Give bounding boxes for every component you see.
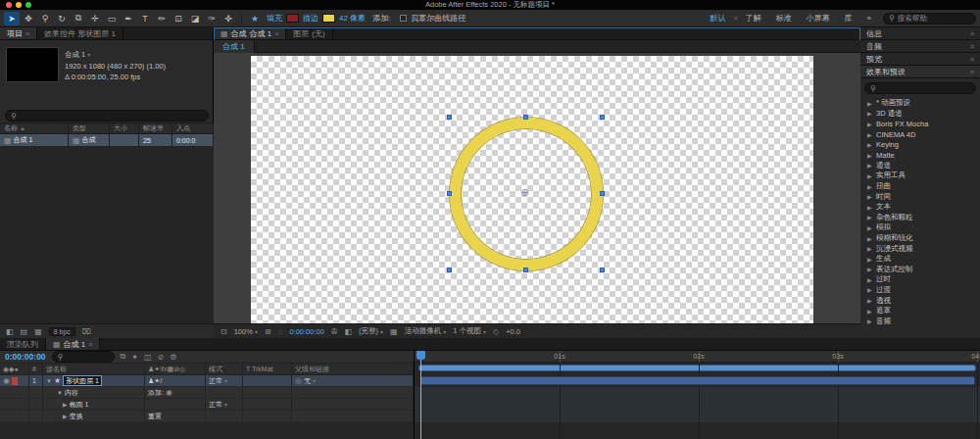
timeline-timecode[interactable]: 0:00:00:00 — [5, 352, 46, 362]
viewer-timecode[interactable]: 0:00:00:00 — [289, 327, 323, 336]
workspace-tab-default[interactable]: 默认 — [703, 13, 732, 24]
layer-mode-dropdown[interactable]: 正常 ▾ — [206, 375, 243, 386]
effect-category[interactable]: ▶沉浸式视频 — [860, 243, 980, 254]
mask-visibility-icon[interactable]: ◌ — [278, 327, 283, 336]
timeline-ruler[interactable]: 01s 02s 03s 04s — [415, 351, 980, 363]
pixel-aspect-icon[interactable]: ◇ — [493, 327, 499, 336]
selection-handle[interactable] — [447, 268, 452, 272]
sort-arrow-icon[interactable]: ▲ — [20, 125, 25, 131]
shape-tool-icon[interactable]: ▭ — [104, 12, 120, 25]
grid-guides-icon[interactable]: ⊞ — [265, 327, 271, 336]
chevron-right-icon[interactable]: ▶ — [867, 317, 873, 324]
effect-category[interactable]: ▶3D 通道 — [860, 109, 980, 120]
brush-tool-icon[interactable]: ✏ — [154, 12, 170, 25]
effect-category[interactable]: ▶Matte — [860, 150, 980, 161]
selection-handle[interactable] — [447, 191, 452, 196]
chevron-right-icon[interactable]: ▶ — [867, 308, 873, 315]
effect-category[interactable]: ▶时间 — [860, 191, 980, 202]
help-search-field[interactable]: ⚲ — [883, 13, 976, 24]
composition-thumbnail[interactable] — [6, 47, 59, 82]
tab-layer-viewer[interactable]: 图层 (无) — [286, 27, 332, 39]
workspace-tab-small-screen[interactable]: 小屏幕 — [800, 13, 837, 24]
roto-brush-tool-icon[interactable]: ✑ — [204, 12, 220, 25]
ellipse-mode-dropdown[interactable]: 正常 ▾ — [206, 399, 243, 410]
fill-swatch[interactable] — [286, 14, 299, 23]
new-folder-icon[interactable]: ▤ — [21, 327, 28, 336]
help-search-input[interactable] — [898, 14, 970, 23]
panel-header-info[interactable]: 信息 ≡ — [860, 27, 980, 40]
effect-category[interactable]: ▶CINEMA 4D — [860, 129, 980, 140]
tab-composition[interactable]: ▦ 合成 合成 1 ≡ — [214, 27, 286, 39]
property-row-transform[interactable]: ▶ 变换 重置 — [0, 411, 414, 422]
current-time-indicator-head[interactable] — [416, 351, 425, 360]
chevron-right-icon[interactable]: ▶ — [867, 256, 873, 263]
zoom-tool-icon[interactable]: ⚲ — [37, 12, 53, 25]
timeline-search-input[interactable] — [66, 353, 108, 362]
layer-duration-bar[interactable] — [420, 376, 975, 385]
zoom-window-button[interactable] — [25, 2, 31, 8]
stroke-swatch[interactable] — [322, 14, 335, 23]
hand-tool-icon[interactable]: ✥ — [21, 12, 36, 25]
minimize-window-button[interactable] — [16, 2, 22, 8]
chevron-right-icon[interactable]: ▶ — [867, 121, 873, 127]
orbit-tool-icon[interactable]: ↻ — [54, 12, 70, 25]
layer-parent-dropdown[interactable]: ◎ 无 ▾ — [292, 375, 414, 386]
type-tool-icon[interactable]: T — [137, 12, 153, 25]
effect-category[interactable]: ▶杂色和颗粒 — [860, 213, 980, 223]
panel-header-effects-presets[interactable]: 效果和预设 ≡ — [860, 66, 980, 78]
trash-icon[interactable]: ⌧ — [82, 327, 91, 336]
chevron-right-icon[interactable]: ▶ — [867, 224, 873, 231]
panel-header-preview[interactable]: 预览 ≡ — [860, 53, 980, 66]
effect-category[interactable]: ▶过时 — [860, 274, 980, 285]
chevron-right-icon[interactable]: ▶ — [867, 141, 873, 148]
anchor-point-icon[interactable]: ⊕ — [520, 187, 529, 198]
tab-effect-controls[interactable]: 效果控件 形状图层 1 — [37, 27, 123, 39]
effect-category[interactable]: ▶表达式控制 — [860, 265, 980, 275]
layer-name-field[interactable]: 形状图层 1 — [63, 375, 102, 386]
effect-category[interactable]: ▶文本 — [860, 202, 980, 213]
draft-3d-icon[interactable]: ✦ — [131, 353, 138, 362]
selection-handle[interactable] — [600, 268, 605, 272]
clone-stamp-tool-icon[interactable]: ⊡ — [171, 12, 186, 25]
chevron-right-icon[interactable]: ▶ — [867, 286, 873, 293]
chevron-right-icon[interactable]: ▶ — [867, 245, 873, 252]
composition-name[interactable]: 合成 1 — [65, 50, 85, 59]
transparency-checkerboard[interactable]: ⊕ — [251, 56, 813, 323]
layer-label-color[interactable] — [12, 377, 18, 385]
motion-blur-icon[interactable]: ⊘ — [158, 353, 165, 362]
show-channel-icon[interactable]: ◧ — [345, 327, 353, 336]
chevron-right-icon[interactable]: ▶ — [867, 110, 873, 117]
add-label[interactable]: 添加: — [372, 13, 390, 24]
chevron-right-icon[interactable]: ▶ — [867, 172, 873, 179]
bezier-path-checkbox[interactable] — [400, 15, 407, 22]
panel-menu-icon[interactable]: ≡ — [970, 43, 974, 50]
transform-reset-button[interactable]: 重置 — [145, 411, 206, 421]
transparency-grid-icon[interactable]: ▦ — [390, 327, 398, 336]
workspace-overflow-button[interactable]: » — [860, 14, 878, 23]
property-row-ellipse-1[interactable]: ▶ 椭圆 1 正常 ▾ — [0, 399, 414, 411]
effect-category[interactable]: ▶音频 — [860, 316, 980, 326]
chevron-right-icon[interactable]: ▶ — [867, 152, 873, 159]
selection-handle[interactable] — [447, 115, 452, 120]
effect-category[interactable]: ▶模拟 — [860, 222, 980, 233]
effects-search-input[interactable] — [879, 84, 970, 93]
layer-row-shape-layer-1[interactable]: ◉ 1 ▼ ★ 形状图层 1 ♟✦/ 正常 ▾ ◎ 无 ▾ — [0, 375, 414, 387]
puppet-tool-icon[interactable]: ✜ — [220, 12, 236, 25]
effect-category[interactable]: ▶Keying — [860, 139, 980, 150]
effect-category[interactable]: ▶扭曲 — [860, 181, 980, 192]
timeline-search-field[interactable]: ⚲ — [52, 351, 115, 363]
workspace-tab-learn[interactable]: 了解 — [739, 13, 768, 24]
pen-tool-icon[interactable]: ✒ — [121, 12, 136, 25]
panel-menu-icon[interactable]: ≡ — [88, 341, 92, 348]
workspace-menu-icon[interactable]: ≡ — [733, 15, 737, 22]
effect-category[interactable]: ▶* 动画预设 — [860, 98, 980, 109]
chevron-right-icon[interactable]: ▶ — [867, 183, 873, 190]
roi-icon[interactable]: ⊡ — [220, 327, 227, 336]
workspace-tab-libraries[interactable]: 库 — [838, 13, 859, 24]
camera-tool-icon[interactable]: ⧉ — [71, 12, 86, 25]
chevron-right-icon[interactable]: ▶ — [867, 276, 873, 283]
chevron-right-icon[interactable]: ▶ — [867, 266, 873, 272]
camera-view-control[interactable]: 活动摄像机 ▾ — [405, 326, 447, 336]
chevron-right-icon[interactable]: ▶ — [63, 401, 68, 408]
chevron-down-icon[interactable]: ▾ — [87, 52, 90, 58]
